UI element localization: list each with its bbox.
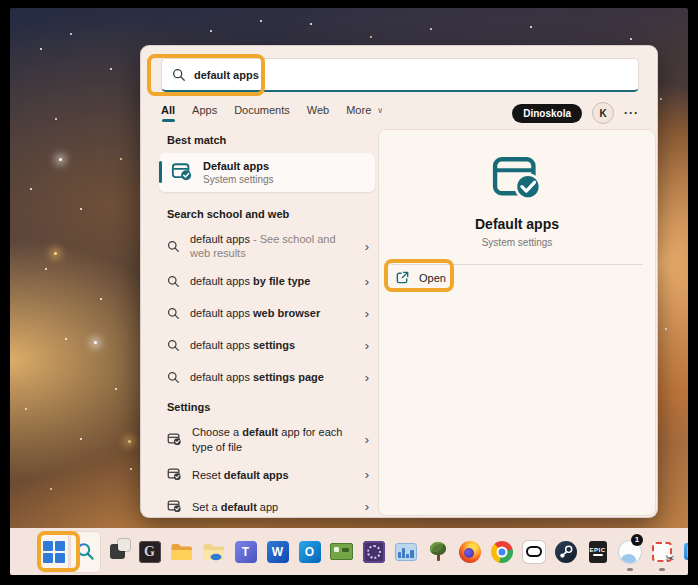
best-match-item[interactable]: Default apps System settings	[159, 153, 375, 192]
task-view-button[interactable]	[103, 532, 132, 572]
folder-cloud-icon	[202, 542, 226, 562]
onedrive-folder-button[interactable]	[199, 532, 228, 572]
tab-web[interactable]: Web	[307, 104, 329, 116]
circuit-app-button[interactable]	[327, 532, 356, 572]
search-icon	[167, 240, 180, 253]
setting-reset-default-apps[interactable]: Reset default apps ›	[159, 459, 375, 491]
suggestion-settings-page[interactable]: default apps settings page ›	[159, 361, 375, 393]
snipping-tool-icon: ✂	[652, 542, 672, 562]
oculus-icon	[523, 541, 545, 563]
running-indicator	[659, 568, 665, 571]
best-match-title: Default apps	[203, 160, 274, 174]
chevron-right-icon: ›	[365, 468, 371, 481]
chevron-right-icon: ›	[365, 371, 371, 384]
best-match-subtitle: System settings	[203, 174, 274, 185]
search-icon	[172, 68, 186, 82]
steam-icon	[555, 541, 577, 563]
selection-accent-bar	[159, 161, 162, 183]
folder-icon	[170, 542, 194, 562]
outlook-icon: O	[299, 541, 321, 563]
tab-documents[interactable]: Documents	[234, 104, 290, 116]
word-button[interactable]: W	[263, 532, 292, 572]
best-match-heading: Best match	[167, 134, 375, 146]
teams-icon: T	[235, 541, 257, 563]
settings-section-heading: Settings	[167, 401, 375, 413]
g-app-icon: G	[139, 541, 161, 563]
org-badge[interactable]: Dinoskola	[512, 104, 582, 123]
search-icon	[167, 307, 180, 320]
taskbar: G T W O	[10, 528, 688, 575]
notification-badge: 1	[631, 534, 643, 546]
chrome-button[interactable]	[487, 532, 516, 572]
teams-button[interactable]: T	[231, 532, 260, 572]
search-query-text: default apps	[194, 69, 259, 81]
open-button[interactable]: Open	[395, 270, 446, 285]
open-button-label: Open	[419, 272, 446, 284]
desktop-wallpaper: default apps All Apps Documents Web More…	[10, 8, 688, 575]
setting-choose-default-app[interactable]: Choose a default app for each type of fi…	[159, 420, 375, 459]
firefox-icon	[459, 541, 481, 563]
suggestion-by-file-type[interactable]: default apps by file type ›	[159, 265, 375, 297]
tab-all[interactable]: All	[161, 104, 175, 122]
search-icon	[167, 275, 180, 288]
results-column: Best match Default apps System settings …	[159, 134, 375, 523]
setting-set-default-app[interactable]: Set a default app ›	[159, 491, 375, 523]
chevron-down-icon: ∨	[377, 106, 383, 115]
chevron-right-icon: ›	[365, 275, 371, 288]
search-icon	[167, 339, 180, 352]
oculus-button[interactable]	[519, 532, 548, 572]
chrome-icon	[491, 541, 513, 563]
chevron-right-icon: ›	[365, 500, 371, 513]
preview-card: Default apps System settings Open	[378, 129, 656, 516]
chevron-right-icon: ›	[365, 307, 371, 320]
file-explorer-button[interactable]	[167, 532, 196, 572]
suggestion-web-browser[interactable]: default apps web browser ›	[159, 297, 375, 329]
search-icon	[76, 542, 95, 561]
steam-button[interactable]	[551, 532, 580, 572]
default-apps-icon	[167, 432, 182, 447]
monitor-chart-icon	[395, 543, 417, 561]
divider	[391, 264, 643, 265]
avatar[interactable]: K	[592, 102, 614, 124]
windows-logo-icon	[43, 541, 65, 563]
purple-ring-icon	[363, 541, 385, 563]
taskbar-search-button[interactable]	[71, 532, 100, 572]
more-options-icon[interactable]: ···	[624, 106, 639, 120]
chevron-right-icon: ›	[365, 433, 371, 446]
epic-games-icon: EPIC	[589, 541, 607, 563]
search-input[interactable]: default apps	[161, 58, 639, 92]
suggestion-settings[interactable]: default apps settings ›	[159, 329, 375, 361]
chat-app-button[interactable]: 1	[615, 532, 644, 572]
tab-apps[interactable]: Apps	[192, 104, 217, 116]
open-external-icon	[395, 270, 410, 285]
reader-app-icon	[684, 543, 688, 560]
suggestion-see-web-results[interactable]: default apps - See school and web result…	[159, 227, 375, 266]
default-apps-large-icon	[379, 156, 655, 202]
default-apps-icon	[171, 161, 193, 183]
search-icon	[167, 371, 180, 384]
circuit-board-icon	[330, 543, 353, 560]
firefox-button[interactable]	[455, 532, 484, 572]
tree-icon	[428, 541, 448, 563]
start-button[interactable]	[39, 532, 68, 572]
tab-more[interactable]: More∨	[346, 104, 383, 116]
epic-games-button[interactable]: EPIC	[583, 532, 612, 572]
search-flyout-panel: default apps All Apps Documents Web More…	[140, 45, 658, 518]
tree-app-button[interactable]	[423, 532, 452, 572]
default-apps-icon	[167, 499, 182, 514]
chevron-right-icon: ›	[365, 339, 371, 352]
word-icon: W	[267, 541, 289, 563]
chevron-right-icon: ›	[365, 240, 371, 253]
preview-subtitle: System settings	[379, 237, 655, 248]
purple-ring-app-button[interactable]	[359, 532, 388, 572]
reader-app-button[interactable]: 1	[679, 532, 688, 572]
outlook-button[interactable]: O	[295, 532, 324, 572]
running-indicator	[627, 568, 633, 571]
snipping-tool-button[interactable]: ✂	[647, 532, 676, 572]
web-section-heading: Search school and web	[167, 208, 375, 220]
task-view-icon	[110, 544, 125, 559]
default-apps-icon	[167, 467, 182, 482]
search-filter-tabs: All Apps Documents Web More∨ Dinoskola K…	[161, 104, 639, 128]
g-app-button[interactable]: G	[135, 532, 164, 572]
chart-app-button[interactable]	[391, 532, 420, 572]
